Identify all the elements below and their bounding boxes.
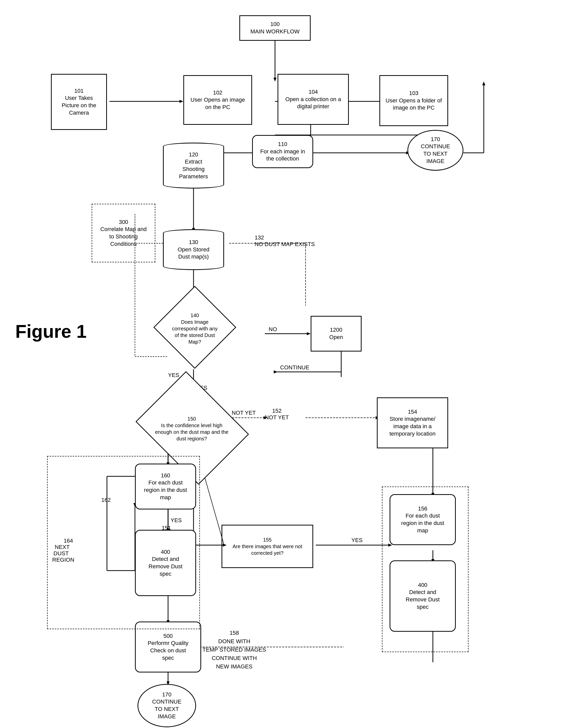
node-170b-label: 170 CONTINUE TO NEXT IMAGE [152,691,182,720]
node-152-label: 152NOT YET [265,408,289,421]
svg-text:NO: NO [269,326,277,332]
node-101: 101 User Takes Picture on the Camera [51,74,107,130]
node-140-label: 140Does Imagecorrespond with anyof the s… [163,297,227,360]
node-170a-label: 170 CONTINUE TO NEXT IMAGE [421,136,450,165]
svg-marker-68 [482,82,485,85]
svg-text:YES: YES [168,372,179,378]
node-102-label: 102 User Opens an image on the PC [191,89,245,111]
node-120-label: 120 Extract Shooting Parameters [179,151,208,180]
figure-label: Figure 1 [15,321,87,342]
node-110: 110 For each image in the collection [252,135,313,168]
node-100: 100 MAIN WORKFLOW [239,15,310,41]
svg-text:CONTINUE: CONTINUE [280,364,309,371]
node-104-label: 104 Open a collection on a digital print… [285,88,341,110]
node-120: 120 Extract Shooting Parameters [163,143,224,188]
node-155: 155Are there images that were notcorrect… [222,525,313,568]
node-1200-label: 1200 Open [329,326,343,341]
node-500: 500 Performr Quality Check on dust spec [135,622,201,672]
svg-marker-2 [274,78,277,82]
node-102: 102 User Opens an image on the PC [183,75,252,125]
node-170a: 170 CONTINUE TO NEXT IMAGE [407,130,463,171]
dashed-box-right [382,487,468,652]
node-500-label: 500 Performr Quality Check on dust spec [148,632,189,662]
dashed-box-left [47,456,200,629]
diagram: Figure 1 NO [0,0,564,728]
node-300: 300 Correlate Map and to Shooting Condit… [92,204,155,262]
node-101-label: 101 User Takes Picture on the Camera [62,87,96,116]
node-130: 130 Open Stored Dust map(s) [163,229,224,270]
node-170b: 170 CONTINUE TO NEXT IMAGE [138,684,196,727]
node-150-label: 150Is the confidence level highenough on… [145,391,239,466]
node-103: 103 User Opens a folder of image on the … [379,75,448,126]
node-130-label: 130 Open Stored Dust map(s) [178,239,210,261]
node-154-label: 154 Store imagename/ image data in a tem… [389,408,436,437]
node-1200: 1200 Open [310,316,361,352]
svg-marker-20 [307,332,310,335]
node-100-label: 100 MAIN WORKFLOW [250,21,299,35]
svg-marker-24 [274,370,278,373]
node-132-label: 132NO DUST MAP EXISTS [255,234,315,248]
node-103-label: 103 User Opens a folder of image on the … [385,90,442,112]
node-110-label: 110 For each image in the collection [260,141,305,163]
node-154: 154 Store imagename/ image data in a tem… [377,397,448,448]
node-104: 104 Open a collection on a digital print… [278,74,349,125]
svg-marker-4 [180,100,183,103]
node-300-label: 300 Correlate Map and to Shooting Condit… [100,219,147,248]
svg-text:YES: YES [351,537,362,543]
